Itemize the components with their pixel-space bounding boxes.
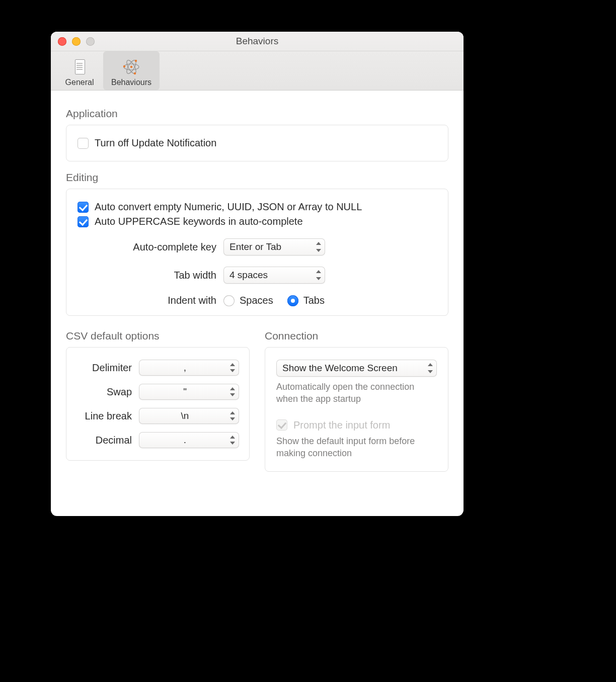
radiogroup-indent: Spaces Tabs	[223, 295, 325, 306]
select-swap-value: "	[183, 386, 187, 397]
label-linebreak: Line break	[76, 410, 132, 422]
close-button[interactable]	[58, 37, 66, 46]
stepper-icon	[229, 363, 236, 372]
section-title-editing: Editing	[66, 172, 448, 184]
stepper-icon	[229, 436, 236, 445]
select-linebreak-value: \n	[181, 410, 189, 421]
stepper-icon	[229, 387, 236, 396]
select-autocomplete-key-value: Enter or Tab	[229, 241, 281, 252]
select-decimal-value: .	[184, 435, 186, 446]
checkbox-prompt-input-form	[276, 419, 287, 431]
select-linebreak[interactable]: \n	[139, 408, 239, 424]
hint-prompt: Show the default input form before makin…	[276, 435, 437, 460]
checkbox-update-notification[interactable]	[78, 138, 89, 149]
label-auto-null: Auto convert empty Numeric, UUID, JSON o…	[95, 201, 362, 213]
radio-indent-spaces[interactable]	[223, 295, 235, 306]
radio-indent-tabs[interactable]	[287, 295, 298, 306]
hint-startup: Automatically open the connection when t…	[276, 381, 437, 405]
content: Application Turn off Update Notification…	[51, 91, 464, 516]
svg-point-5	[135, 60, 137, 62]
label-indent-spaces: Spaces	[240, 295, 273, 306]
checkbox-auto-null[interactable]	[78, 202, 89, 213]
label-autocomplete-key: Auto-complete key	[78, 241, 223, 253]
label-decimal: Decimal	[76, 435, 132, 446]
label-indent-with: Indent with	[78, 295, 223, 306]
tab-behaviours-label: Behaviours	[111, 78, 151, 87]
panel-csv: Delimiter , Swap " Line break \n	[66, 347, 250, 461]
label-update-notification: Turn off Update Notification	[95, 137, 216, 149]
atom-icon	[122, 58, 140, 76]
zoom-button[interactable]	[86, 37, 95, 46]
stepper-icon	[315, 242, 322, 252]
select-startup-value: Show the Welcome Screen	[282, 363, 398, 374]
select-delimiter[interactable]: ,	[139, 360, 239, 376]
tab-general[interactable]: General	[56, 51, 103, 90]
tab-behaviours[interactable]: Behaviours	[103, 51, 160, 90]
checkbox-auto-uppercase[interactable]	[78, 216, 89, 227]
tab-general-label: General	[65, 78, 94, 87]
titlebar: Behaviors	[51, 32, 464, 51]
svg-point-3	[130, 66, 132, 68]
stepper-icon	[229, 411, 236, 420]
label-prompt-input-form: Prompt the input form	[293, 419, 390, 431]
toolbar: General Behaviours	[51, 51, 464, 91]
panel-connection: Show the Welcome Screen Automatically op…	[265, 347, 448, 472]
document-icon	[70, 58, 89, 76]
stepper-icon	[427, 363, 434, 373]
label-auto-uppercase: Auto UPPERCASE keywords in auto-complete	[95, 216, 303, 227]
section-title-csv: CSV default options	[66, 330, 250, 342]
svg-point-4	[123, 65, 125, 67]
select-decimal[interactable]: .	[139, 432, 239, 448]
select-startup-behavior[interactable]: Show the Welcome Screen	[276, 360, 437, 377]
stepper-icon	[315, 270, 322, 280]
panel-editing: Auto convert empty Numeric, UUID, JSON o…	[66, 189, 448, 316]
select-autocomplete-key[interactable]: Enter or Tab	[223, 238, 325, 255]
select-tab-width-value: 4 spaces	[229, 270, 268, 281]
select-delimiter-value: ,	[184, 362, 186, 373]
panel-application: Turn off Update Notification	[66, 125, 448, 161]
minimize-button[interactable]	[72, 37, 81, 46]
traffic-lights	[58, 37, 95, 46]
select-swap[interactable]: "	[139, 384, 239, 400]
label-indent-tabs: Tabs	[303, 295, 325, 306]
label-delimiter: Delimiter	[76, 362, 132, 374]
preferences-window: Behaviors General Beha	[51, 32, 464, 516]
svg-point-6	[134, 72, 136, 74]
window-title: Behaviors	[51, 36, 464, 47]
select-tab-width[interactable]: 4 spaces	[223, 267, 325, 284]
section-title-application: Application	[66, 108, 448, 120]
section-title-connection: Connection	[265, 330, 448, 342]
label-swap: Swap	[76, 386, 132, 398]
label-tab-width: Tab width	[78, 270, 223, 281]
